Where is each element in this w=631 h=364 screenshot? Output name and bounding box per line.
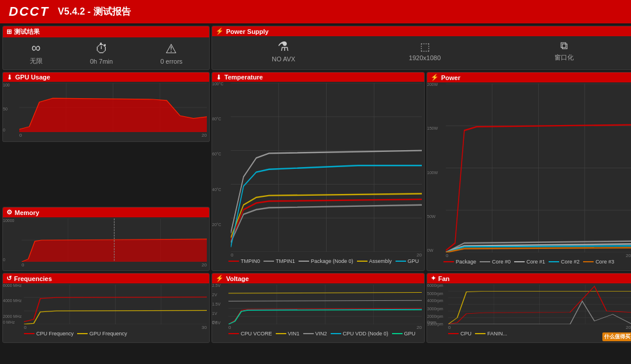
resolution-label: 1920x1080 xyxy=(409,54,441,61)
power-header: ⚡ Power xyxy=(427,72,631,82)
memory-panel: ⚙ Memory 10000 0 0 20 xyxy=(2,207,210,271)
freq-y2: 2000 MHz xyxy=(3,314,22,318)
tmpin0-label: TMPIN0 xyxy=(241,258,260,264)
fan-x-max: 20 xyxy=(626,325,631,330)
cpu-freq-label: CPU Frequency xyxy=(36,331,74,337)
gpu-usage-chart xyxy=(19,83,207,132)
gpu-volt-dot xyxy=(392,333,403,334)
power-chart xyxy=(446,84,631,252)
frequencies-icon: ↺ xyxy=(6,275,12,282)
temperature-panel: 🌡 Temperature 100°C 80°C 60°C 40°C 20°C xyxy=(212,72,425,271)
info-item-windowed: ⧉ 窗口化 xyxy=(554,40,574,62)
volt-y3: 1V xyxy=(212,311,217,316)
volt-y5: 2V xyxy=(212,293,217,297)
freq-y3: 4000 MHz xyxy=(3,299,22,303)
fan-y5: 4000rpm xyxy=(427,299,443,303)
power-supply-header: ⚡ Power Supply xyxy=(212,26,631,36)
freq-x-zero: 0 xyxy=(24,325,26,330)
memory-icon: ⚙ xyxy=(6,209,12,216)
power-y2: 50W xyxy=(427,214,435,219)
temp-y5: 100°C xyxy=(212,82,224,86)
legend-cpuvcore: CPU VCORE xyxy=(228,331,272,337)
temp-x-max: 20 xyxy=(417,252,422,258)
unlimited-icon: ∞ xyxy=(32,40,41,56)
frequencies-chart xyxy=(24,285,207,324)
core1-dot xyxy=(514,261,525,262)
gpu-temp-label: GPU xyxy=(408,258,419,264)
fan-chart xyxy=(448,285,631,324)
cpuvdd-label: CPU VDD (Node 0) xyxy=(343,331,389,337)
memory-header: ⚙ Memory xyxy=(3,207,209,217)
legend-gpu-volt: GPU xyxy=(392,331,416,337)
gpu-temp-dot xyxy=(396,261,406,262)
package-label: Package (Node 0) xyxy=(311,258,353,264)
cpuvdd-dot xyxy=(331,333,341,334)
legend-tmpin1: TMPIN1 xyxy=(264,258,295,264)
volt-x-max: 20 xyxy=(417,325,422,330)
info-item-time: ⏱ 0h 7min xyxy=(90,41,113,65)
gpu-usage-icon: 🌡 xyxy=(6,74,13,81)
gpu-y-max: 100 xyxy=(3,83,10,87)
memory-label: Memory xyxy=(15,209,39,216)
legend-core1: Core #1 xyxy=(514,259,545,265)
cpu-fan-label: CPU xyxy=(460,331,471,337)
fan-icon: ✦ xyxy=(431,275,436,282)
power-supply-panel: ⚡ Power Supply ⚗ NO AVX ⬚ 1920x1080 ⧉ 窗口… xyxy=(212,26,631,70)
info-item-unlimited: ∞ 无限 xyxy=(30,40,43,65)
core2-label: Core #2 xyxy=(561,259,580,265)
legend-gpu-temp: GPU xyxy=(396,258,419,264)
info-item-resolution: ⬚ 1920x1080 xyxy=(409,40,441,61)
windowed-icon: ⧉ xyxy=(560,40,568,52)
legend-cpuvdd: CPU VDD (Node 0) xyxy=(331,331,389,337)
info-item-errors: ⚠ 0 errors xyxy=(160,41,182,65)
legend-cpu-freq: CPU Frequency xyxy=(24,331,74,337)
cpu-freq-dot xyxy=(24,333,34,334)
package-power-label: Package xyxy=(456,259,476,265)
cpu-fan-dot xyxy=(448,333,459,334)
legend-gpu-freq: GPU Frequency xyxy=(77,331,127,337)
gpu-x-max: 20 xyxy=(202,133,207,138)
header: DCCT V5.4.2 - 测试报告 xyxy=(0,0,631,23)
gpu-freq-dot xyxy=(77,333,88,334)
temp-x-zero: 0 xyxy=(231,252,233,258)
test-results-content: ∞ 无限 ⏱ 0h 7min ⚠ 0 errors xyxy=(3,37,209,68)
power-y3: 100W xyxy=(427,171,438,175)
resolution-icon: ⬚ xyxy=(420,40,430,53)
gpu-volt-label: GPU xyxy=(404,331,416,337)
power-icon: ⚡ xyxy=(431,74,439,81)
temp-y1: 20°C xyxy=(212,223,221,227)
fan-legend: CPU FANIN... xyxy=(427,330,631,337)
tmpin0-dot xyxy=(228,261,239,262)
app-title: V5.4.2 - 测试报告 xyxy=(58,6,131,18)
temperature-chart xyxy=(231,83,422,252)
mem-y-max: 10000 xyxy=(3,219,14,223)
windowed-label: 窗口化 xyxy=(554,53,574,62)
error-icon: ⚠ xyxy=(165,41,177,57)
fan-y4: 3000rpm xyxy=(427,307,443,311)
freq-x-max: 30 xyxy=(202,325,207,330)
legend-core3: Core #3 xyxy=(583,259,614,265)
frequencies-panel: ↺ Frequencies 6000 MHz 4000 MHz 2000 MHz… xyxy=(2,273,210,343)
temp-y3: 60°C xyxy=(212,152,221,156)
voltage-panel: ⚡ Voltage 2.5V 2V 1.5V 1V 0.5V 0V xyxy=(212,273,425,343)
info-item-noavx: ⚗ NO AVX xyxy=(272,39,295,63)
core0-label: Core #0 xyxy=(492,259,511,265)
volt-y1: 0V xyxy=(212,320,217,324)
temp-y2: 40°C xyxy=(212,188,221,192)
freq-y1: 0 MHz xyxy=(3,320,15,324)
legend-fanin: FANIN... xyxy=(475,331,507,337)
tmpin1-dot xyxy=(264,261,274,262)
timer-icon: ⏱ xyxy=(95,41,108,57)
unlimited-label: 无限 xyxy=(30,57,43,65)
tmpin1-label: TMPIN1 xyxy=(276,258,295,264)
vin1-dot xyxy=(276,333,286,334)
gpu-y-zero: 0 xyxy=(3,128,5,132)
power-y5: 200W xyxy=(427,82,438,86)
temperature-icon: 🌡 xyxy=(216,74,222,81)
power-x-zero: 0 xyxy=(446,253,448,258)
fanin-dot xyxy=(475,333,486,334)
fan-panel: ✦ Fan 6000rpm 5000rpm 4000rpm 3000rpm 20… xyxy=(427,273,631,343)
legend-core0: Core #0 xyxy=(480,259,511,265)
gpu-usage-panel: 🌡 GPU Usage 100 50 0 0 20 xyxy=(2,72,210,142)
power-panel: ⚡ Power 200W 150W 100W 50W 0W xyxy=(427,72,631,271)
